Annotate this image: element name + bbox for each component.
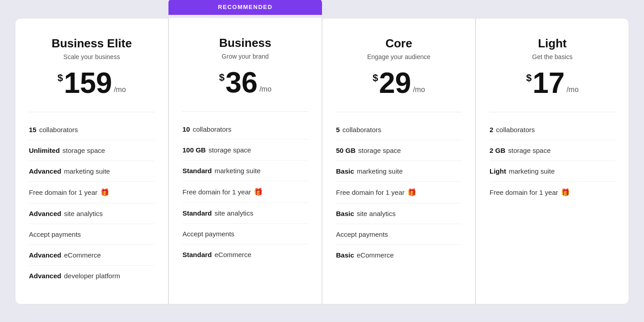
plan-name-core: Core bbox=[336, 37, 462, 51]
plan-price-business-elite: $ 159 /mo bbox=[29, 69, 154, 97]
feature-rest: storage space bbox=[62, 147, 105, 154]
plan-card-business: RECOMMENDED Business Grow your brand $ 3… bbox=[168, 18, 322, 304]
feature-rest: collaborators bbox=[342, 126, 381, 133]
feature-text: Accept payments bbox=[29, 230, 81, 238]
feature-bold: Basic bbox=[336, 167, 354, 175]
feature-bold: 10 bbox=[182, 125, 190, 133]
feature-rest: collaborators bbox=[39, 126, 78, 133]
feature-bold: Advanced bbox=[29, 272, 61, 280]
price-mo-light: /mo bbox=[566, 86, 579, 94]
feature-text: Free domain for 1 year bbox=[490, 189, 558, 196]
feature-item: Advanced eCommerce bbox=[29, 245, 154, 266]
price-amount-business: 36 bbox=[225, 68, 257, 97]
feature-rest: marketing suite bbox=[215, 167, 261, 175]
feature-bold: Standard bbox=[182, 209, 212, 217]
feature-rest: storage space bbox=[358, 147, 401, 154]
plan-tagline-core: Engage your audience bbox=[336, 53, 462, 60]
price-dollar-business: $ bbox=[219, 72, 224, 83]
plan-card-business-elite: Business Elite Scale your business $ 159… bbox=[15, 18, 168, 304]
feature-rest: storage space bbox=[209, 146, 251, 154]
feature-item: Unlimited storage space bbox=[29, 140, 154, 161]
feature-rest: storage space bbox=[508, 147, 551, 154]
feature-rest: site analytics bbox=[64, 210, 103, 217]
feature-rest: eCommerce bbox=[64, 251, 101, 259]
feature-item: Free domain for 1 year 🎁 bbox=[336, 182, 462, 203]
feature-rest: site analytics bbox=[357, 210, 396, 217]
feature-item: 100 GB storage space bbox=[182, 140, 308, 161]
feature-item: Free domain for 1 year 🎁 bbox=[182, 181, 308, 203]
feature-item: 2 collaborators bbox=[490, 120, 615, 140]
plan-tagline-light: Get the basics bbox=[490, 53, 615, 60]
feature-rest: eCommerce bbox=[215, 251, 252, 258]
plan-features-business: 10 collaborators 100 GB storage space St… bbox=[182, 111, 308, 265]
feature-rest: marketing suite bbox=[509, 167, 555, 175]
plan-name-business-elite: Business Elite bbox=[29, 37, 154, 51]
feature-item: 15 collaborators bbox=[29, 120, 154, 140]
feature-bold: Light bbox=[490, 167, 506, 175]
feature-item: 5 collaborators bbox=[336, 120, 462, 140]
price-amount-business-elite: 159 bbox=[64, 69, 112, 97]
feature-item: Advanced developer platform bbox=[29, 266, 154, 286]
feature-bold: Basic bbox=[336, 251, 354, 259]
feature-rest: marketing suite bbox=[357, 167, 403, 175]
gift-icon: 🎁 bbox=[561, 188, 570, 197]
feature-bold: 2 GB bbox=[490, 147, 505, 154]
feature-item: 50 GB storage space bbox=[336, 140, 462, 161]
feature-bold: 15 bbox=[29, 126, 37, 133]
feature-item: Basic marketing suite bbox=[336, 161, 462, 182]
feature-item: Standard site analytics bbox=[182, 203, 308, 224]
price-dollar-light: $ bbox=[526, 72, 532, 84]
feature-bold: Basic bbox=[336, 210, 354, 217]
gift-icon: 🎁 bbox=[407, 188, 416, 197]
feature-bold: Standard bbox=[182, 251, 212, 258]
feature-item: Free domain for 1 year 🎁 bbox=[29, 182, 154, 203]
price-amount-core: 29 bbox=[379, 69, 411, 97]
price-mo-business: /mo bbox=[259, 85, 271, 93]
gift-icon: 🎁 bbox=[254, 188, 263, 196]
feature-rest: collaborators bbox=[496, 126, 535, 133]
plan-name-light: Light bbox=[490, 37, 615, 51]
feature-item: Accept payments bbox=[29, 224, 154, 245]
price-amount-light: 17 bbox=[532, 69, 565, 97]
feature-item: 10 collaborators bbox=[182, 119, 308, 140]
feature-rest: developer platform bbox=[64, 272, 120, 280]
plan-price-light: $ 17 /mo bbox=[490, 69, 615, 97]
feature-item: Free domain for 1 year 🎁 bbox=[490, 182, 615, 203]
plan-card-light: Light Get the basics $ 17 /mo 2 collabor… bbox=[476, 18, 629, 304]
pricing-table: Business Elite Scale your business $ 159… bbox=[15, 18, 629, 304]
price-dollar-core: $ bbox=[373, 72, 378, 84]
feature-text: Accept payments bbox=[182, 230, 234, 238]
feature-text: Free domain for 1 year bbox=[336, 189, 405, 196]
feature-rest: site analytics bbox=[215, 209, 253, 217]
feature-item: Accept payments bbox=[336, 224, 462, 245]
feature-rest: eCommerce bbox=[357, 251, 394, 259]
feature-bold: 50 GB bbox=[336, 147, 355, 154]
feature-item: Advanced marketing suite bbox=[29, 161, 154, 182]
feature-item: Standard marketing suite bbox=[182, 161, 308, 181]
recommended-badge: RECOMMENDED bbox=[168, 0, 322, 15]
feature-item: Basic eCommerce bbox=[336, 245, 462, 265]
feature-item: Basic site analytics bbox=[336, 203, 462, 224]
price-dollar-business-elite: $ bbox=[57, 72, 63, 84]
plan-price-core: $ 29 /mo bbox=[336, 69, 462, 97]
gift-icon: 🎁 bbox=[100, 188, 109, 197]
plan-name-business: Business bbox=[182, 36, 308, 50]
feature-text: Free domain for 1 year bbox=[182, 188, 251, 196]
feature-rest: marketing suite bbox=[64, 167, 110, 175]
feature-item: Light marketing suite bbox=[490, 161, 615, 182]
plan-tagline-business-elite: Scale your business bbox=[29, 53, 154, 60]
price-mo-business-elite: /mo bbox=[114, 86, 126, 94]
plan-features-core: 5 collaborators 50 GB storage space Basi… bbox=[336, 112, 462, 265]
feature-text: Free domain for 1 year bbox=[29, 189, 98, 196]
feature-bold: Unlimited bbox=[29, 147, 60, 154]
feature-item: Standard eCommerce bbox=[182, 244, 308, 265]
plan-features-light: 2 collaborators 2 GB storage space Light… bbox=[490, 112, 615, 203]
plan-card-core: Core Engage your audience $ 29 /mo 5 col… bbox=[322, 18, 476, 304]
plan-features-business-elite: 15 collaborators Unlimited storage space… bbox=[29, 112, 154, 286]
feature-item: Advanced site analytics bbox=[29, 203, 154, 224]
feature-text: Accept payments bbox=[336, 230, 388, 238]
feature-item: Accept payments bbox=[182, 224, 308, 244]
feature-item: 2 GB storage space bbox=[490, 140, 615, 161]
feature-bold: 2 bbox=[490, 126, 493, 133]
feature-bold: Standard bbox=[182, 167, 212, 175]
